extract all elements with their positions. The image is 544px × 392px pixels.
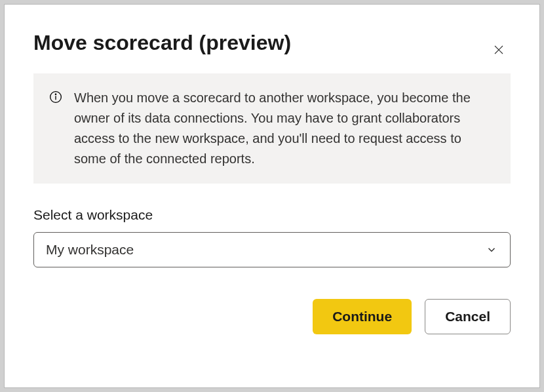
info-message: When you move a scorecard to another wor…	[74, 88, 492, 169]
workspace-dropdown[interactable]: My workspace	[33, 232, 511, 267]
workspace-dropdown-wrapper: My workspace	[33, 232, 511, 267]
workspace-label: Select a workspace	[33, 207, 511, 223]
svg-point-4	[55, 94, 56, 94]
continue-button[interactable]: Continue	[313, 299, 412, 334]
dialog-buttons: Continue Cancel	[33, 299, 511, 334]
close-icon	[493, 44, 505, 58]
info-banner: When you move a scorecard to another wor…	[33, 73, 511, 184]
close-button[interactable]	[491, 43, 507, 58]
cancel-button[interactable]: Cancel	[425, 299, 511, 334]
dialog-title: Move scorecard (preview)	[33, 31, 511, 55]
info-icon	[49, 90, 62, 104]
move-scorecard-dialog: Move scorecard (preview) When you move a…	[4, 4, 540, 388]
